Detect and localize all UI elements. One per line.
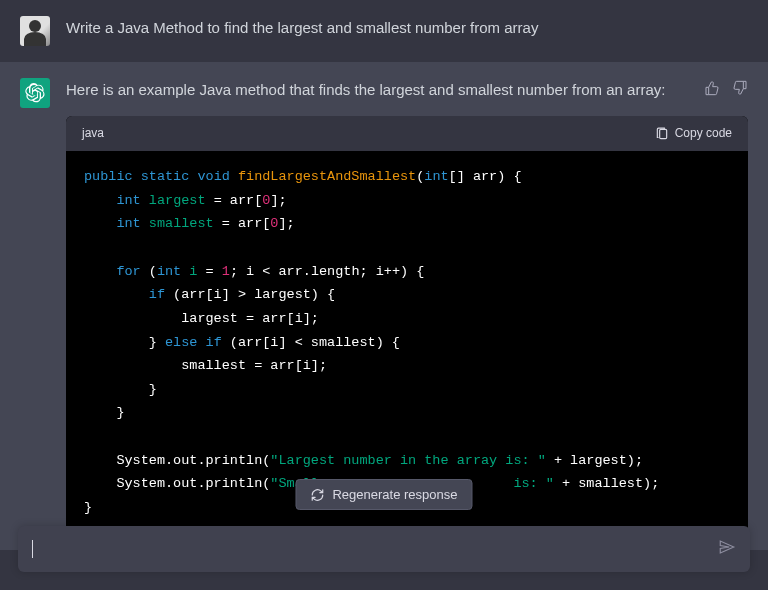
assistant-message-body: Here is an example Java method that find… — [66, 78, 748, 534]
code-block: java Copy code public static void findLa… — [66, 116, 748, 534]
svg-rect-0 — [659, 129, 666, 138]
copy-code-button[interactable]: Copy code — [655, 124, 732, 143]
code-header: java Copy code — [66, 116, 748, 151]
code-language-label: java — [82, 124, 104, 143]
user-message-row: Write a Java Method to find the largest … — [0, 0, 768, 62]
code-content[interactable]: public static void findLargestAndSmalles… — [66, 151, 748, 533]
refresh-icon — [310, 488, 324, 502]
regenerate-response-button[interactable]: Regenerate response — [295, 479, 472, 510]
regenerate-label: Regenerate response — [332, 487, 457, 502]
assistant-avatar — [20, 78, 50, 108]
feedback-controls — [704, 80, 748, 96]
openai-logo-icon — [25, 83, 45, 103]
user-avatar — [20, 16, 50, 46]
thumbs-down-icon[interactable] — [732, 80, 748, 96]
send-button[interactable] — [718, 538, 736, 560]
chat-input[interactable] — [18, 526, 750, 572]
clipboard-icon — [655, 127, 669, 141]
copy-code-label: Copy code — [675, 124, 732, 143]
user-message-text: Write a Java Method to find the largest … — [66, 16, 748, 46]
assistant-intro-text: Here is an example Java method that find… — [66, 78, 748, 102]
thumbs-up-icon[interactable] — [704, 80, 720, 96]
assistant-message-row: Here is an example Java method that find… — [0, 62, 768, 550]
send-icon — [718, 538, 736, 556]
input-caret — [32, 540, 33, 558]
